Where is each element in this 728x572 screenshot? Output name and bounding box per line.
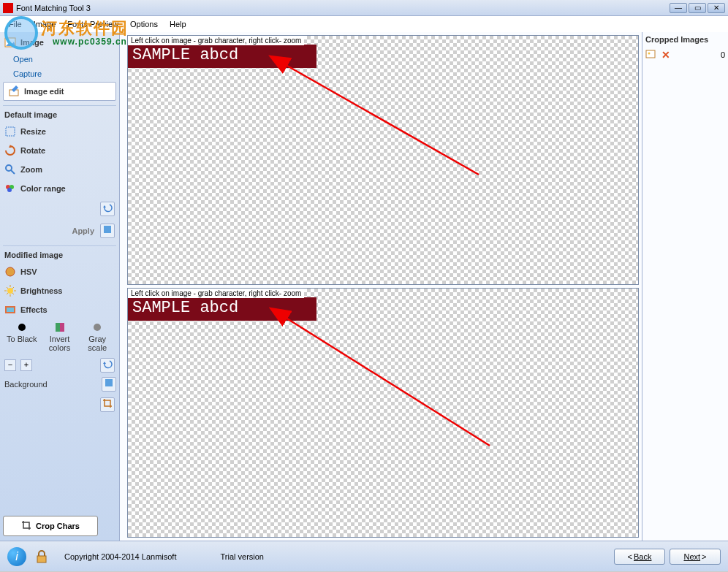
svg-rect-18	[105, 379, 113, 386]
top-canvas[interactable]: Left click on image - grab character, ri…	[127, 35, 639, 285]
svg-point-22	[648, 53, 651, 55]
main-area: Left click on image - grab character, ri…	[120, 32, 728, 541]
sidebar-open[interactable]: Open	[3, 53, 116, 66]
crop-icon	[21, 520, 31, 532]
checker-bg	[128, 36, 638, 284]
svg-rect-3	[6, 127, 15, 136]
top-sample-text: SAMPLE abcd	[128, 45, 316, 68]
sidebar-image-label: Image	[20, 38, 44, 47]
next-button[interactable]: Next >	[670, 549, 721, 565]
apply-label: Apply	[72, 226, 94, 235]
app-icon	[3, 3, 13, 13]
color-range-icon	[4, 183, 16, 194]
svg-rect-21	[646, 50, 655, 58]
minus-button[interactable]: −	[4, 359, 16, 371]
menu-fonts-preview[interactable]: Fonts Preview	[61, 18, 124, 30]
effects-tool[interactable]: Effects	[3, 301, 116, 319]
undo-button[interactable]	[100, 202, 115, 216]
crop-chars-button[interactable]: Crop Chars	[3, 516, 98, 536]
top-canvas-hint: Left click on image - grab character, ri…	[128, 36, 304, 45]
edit-icon	[8, 85, 20, 97]
maximize-button[interactable]: ▭	[689, 3, 706, 13]
bottom-canvas-hint: Left click on image - grab character, ri…	[128, 289, 304, 298]
brightness-tool[interactable]: Brightness	[3, 282, 116, 300]
invert-colors-button[interactable]: Invert colors	[42, 321, 77, 352]
modified-image-label: Modified image	[3, 245, 116, 262]
back-button[interactable]: < Back	[614, 549, 665, 565]
rotate-icon	[4, 145, 16, 156]
close-button[interactable]: ✕	[708, 3, 725, 13]
svg-rect-16	[60, 323, 64, 332]
window-title: Font Matching Tool 3	[16, 4, 668, 12]
plus-button[interactable]: +	[20, 359, 32, 371]
svg-point-4	[6, 165, 12, 171]
svg-rect-8	[104, 226, 111, 233]
menu-options[interactable]: Options	[124, 18, 164, 30]
cropped-images-panel: Cropped Images ✕ 0	[642, 32, 728, 541]
sidebar: Image Open Capture Image edit Default im…	[0, 32, 120, 541]
zoom-icon	[4, 164, 16, 175]
image-edit-label: Image edit	[24, 87, 64, 96]
invert-icon	[54, 321, 66, 333]
resize-icon	[4, 126, 16, 137]
apply-button[interactable]	[100, 224, 115, 238]
sidebar-image-edit[interactable]: Image edit	[3, 82, 116, 101]
bottom-sample-text: SAMPLE abcd	[128, 297, 316, 321]
gray-scale-icon	[91, 321, 103, 333]
copyright-text: Copyright 2004-2014 Lanmisoft	[64, 552, 176, 561]
svg-point-7	[7, 188, 12, 192]
sidebar-capture[interactable]: Capture	[3, 67, 116, 80]
title-bar: Font Matching Tool 3 — ▭ ✕	[0, 0, 728, 16]
delete-cropped-icon[interactable]: ✕	[661, 49, 670, 61]
resize-tool[interactable]: Resize	[3, 123, 116, 140]
svg-rect-23	[37, 556, 46, 563]
svg-point-11	[7, 288, 13, 294]
background-label: Background	[3, 377, 49, 392]
hsv-icon	[4, 266, 16, 278]
menu-bar: File Image Fonts Preview Options Help	[0, 16, 728, 32]
brightness-icon	[4, 285, 16, 297]
cropped-count: 0	[721, 50, 725, 59]
minimize-button[interactable]: —	[670, 3, 687, 13]
cropped-image-icon	[645, 48, 657, 61]
sidebar-image-header: Image	[3, 34, 116, 51]
crop-tool-button[interactable]	[100, 397, 115, 412]
to-black-icon	[16, 321, 28, 333]
trial-text: Trial version	[220, 552, 264, 561]
apply-bg-button[interactable]	[102, 377, 116, 392]
menu-help[interactable]: Help	[164, 18, 192, 30]
default-image-label: Default image	[3, 105, 116, 121]
bottom-canvas[interactable]: Left click on image - grab character, ri…	[127, 288, 639, 538]
image-icon	[4, 37, 16, 48]
hsv-tool[interactable]: HSV	[3, 263, 116, 281]
effects-icon	[4, 304, 16, 316]
color-range-tool[interactable]: Color range	[3, 180, 116, 197]
svg-point-1	[7, 40, 10, 42]
svg-rect-15	[56, 323, 60, 332]
content-area: Image Open Capture Image edit Default im…	[0, 32, 728, 541]
footer-bar: i Copyright 2004-2014 Lanmisoft Trial ve…	[0, 541, 728, 571]
revert-button[interactable]	[100, 358, 115, 373]
svg-rect-13	[7, 308, 14, 312]
svg-point-14	[18, 324, 26, 331]
zoom-tool[interactable]: Zoom	[3, 161, 116, 178]
gray-scale-button[interactable]: Gray scale	[80, 321, 115, 352]
canvas-area: Left click on image - grab character, ri…	[120, 32, 642, 541]
to-black-button[interactable]: To Black	[4, 321, 39, 352]
lock-icon[interactable]	[34, 549, 50, 565]
menu-image[interactable]: Image	[28, 18, 62, 30]
checker-bg-2	[128, 289, 638, 537]
info-icon[interactable]: i	[7, 547, 26, 566]
rotate-tool[interactable]: Rotate	[3, 142, 116, 159]
cropped-images-header: Cropped Images	[645, 35, 725, 44]
svg-point-17	[94, 324, 101, 331]
menu-file[interactable]: File	[3, 18, 28, 30]
